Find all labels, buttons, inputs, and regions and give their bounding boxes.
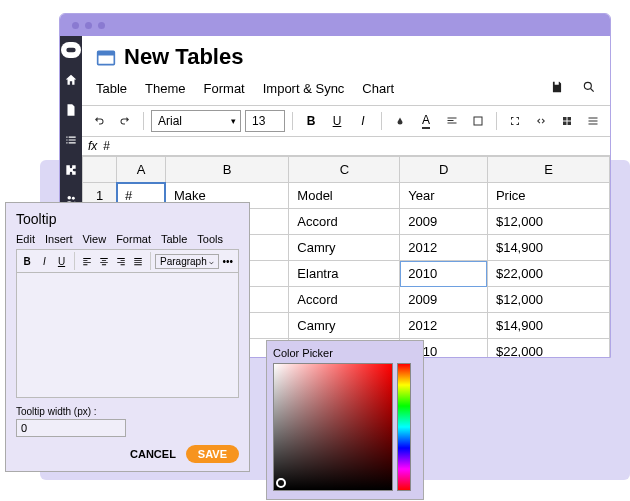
cancel-button[interactable]: CANCEL — [130, 448, 176, 460]
svg-rect-10 — [563, 122, 567, 126]
italic-icon[interactable]: I — [352, 110, 374, 132]
code-icon[interactable] — [530, 110, 552, 132]
save-button[interactable]: SAVE — [186, 445, 239, 463]
menubar: Table Theme Format Import & Sync Chart — [82, 74, 610, 105]
cell[interactable]: $12,000 — [487, 287, 609, 313]
menu-theme[interactable]: Theme — [145, 81, 185, 96]
menu-chart[interactable]: Chart — [362, 81, 394, 96]
tp-menu-table[interactable]: Table — [161, 233, 187, 245]
align-icon[interactable] — [441, 110, 463, 132]
color-cursor[interactable] — [276, 478, 286, 488]
column-header[interactable]: E — [487, 157, 609, 183]
menu-table[interactable]: Table — [96, 81, 127, 96]
color-picker-panel: Color Picker — [266, 340, 424, 500]
cell[interactable]: Camry — [289, 313, 400, 339]
svg-rect-7 — [474, 117, 482, 125]
cell[interactable]: Accord — [289, 287, 400, 313]
cell[interactable]: Camry — [289, 235, 400, 261]
tooltip-width-label: Tooltip width (px) : — [16, 406, 239, 417]
svg-point-1 — [72, 48, 76, 52]
font-size-select[interactable]: 13 — [245, 110, 285, 132]
cell[interactable]: Year — [400, 183, 488, 209]
cell[interactable]: 2012 — [400, 235, 488, 261]
font-family-select[interactable]: Arial — [151, 110, 241, 132]
format-toolbar: Arial 13 B U I A — [82, 105, 610, 137]
column-header[interactable]: B — [165, 157, 288, 183]
svg-rect-9 — [568, 117, 572, 121]
cell[interactable]: Elantra — [289, 261, 400, 287]
column-header[interactable]: C — [289, 157, 400, 183]
document-icon[interactable] — [63, 102, 79, 118]
tp-align-center-icon[interactable] — [96, 252, 112, 270]
cell[interactable]: Price — [487, 183, 609, 209]
svg-rect-11 — [568, 122, 572, 126]
tooltip-toolbar: B I U Paragraph⌵ ••• — [16, 249, 239, 273]
fill-color-icon[interactable] — [389, 110, 411, 132]
cell[interactable]: $14,900 — [487, 235, 609, 261]
tp-underline-icon[interactable]: U — [53, 252, 69, 270]
tp-align-right-icon[interactable] — [113, 252, 129, 270]
more-icon[interactable] — [582, 110, 604, 132]
tooltip-editor[interactable] — [16, 273, 239, 398]
column-header[interactable]: A — [117, 157, 166, 183]
svg-point-3 — [72, 197, 75, 200]
cell[interactable]: $14,900 — [487, 313, 609, 339]
tp-menu-tools[interactable]: Tools — [197, 233, 223, 245]
home-icon[interactable] — [63, 72, 79, 88]
svg-rect-8 — [563, 117, 567, 121]
sidebar-toggle-icon[interactable] — [61, 42, 81, 58]
fx-value: # — [103, 139, 110, 153]
grid-icon[interactable] — [556, 110, 578, 132]
tp-bold-icon[interactable]: B — [19, 252, 35, 270]
hue-slider[interactable] — [397, 363, 411, 491]
tp-italic-icon[interactable]: I — [36, 252, 52, 270]
tp-align-justify-icon[interactable] — [130, 252, 146, 270]
cell[interactable]: 2009 — [400, 287, 488, 313]
tp-menu-edit[interactable]: Edit — [16, 233, 35, 245]
formula-bar[interactable]: fx # — [82, 137, 610, 156]
cell[interactable]: 2012 — [400, 313, 488, 339]
cell[interactable]: $12,000 — [487, 209, 609, 235]
window-titlebar — [60, 14, 610, 36]
cell[interactable]: $22,000 — [487, 339, 609, 358]
text-color-icon[interactable]: A — [415, 110, 437, 132]
svg-rect-5 — [98, 51, 115, 55]
cell[interactable]: 2010 — [400, 261, 488, 287]
border-icon[interactable] — [467, 110, 489, 132]
redo-icon[interactable] — [114, 110, 136, 132]
cell[interactable]: 2009 — [400, 209, 488, 235]
puzzle-icon[interactable] — [63, 162, 79, 178]
tooltip-panel: Tooltip Edit Insert View Format Table To… — [5, 202, 250, 472]
menu-import-sync[interactable]: Import & Sync — [263, 81, 345, 96]
underline-icon[interactable]: U — [326, 110, 348, 132]
cell[interactable]: $22,000 — [487, 261, 609, 287]
color-gradient[interactable] — [273, 363, 393, 491]
bold-icon[interactable]: B — [300, 110, 322, 132]
tp-menu-view[interactable]: View — [82, 233, 106, 245]
fullscreen-icon[interactable] — [504, 110, 526, 132]
list-icon[interactable] — [63, 132, 79, 148]
tp-menu-format[interactable]: Format — [116, 233, 151, 245]
svg-point-6 — [584, 82, 591, 89]
tooltip-menubar: Edit Insert View Format Table Tools — [16, 233, 239, 245]
save-icon[interactable] — [550, 80, 564, 97]
fx-label: fx — [88, 139, 97, 153]
menu-format[interactable]: Format — [204, 81, 245, 96]
tp-menu-insert[interactable]: Insert — [45, 233, 73, 245]
table-icon — [96, 48, 116, 66]
tp-more-icon[interactable]: ••• — [220, 252, 236, 270]
search-icon[interactable] — [582, 80, 596, 97]
tp-align-left-icon[interactable] — [78, 252, 94, 270]
tp-paragraph-select[interactable]: Paragraph⌵ — [155, 254, 219, 269]
page-title: New Tables — [124, 44, 243, 70]
tooltip-title: Tooltip — [16, 211, 239, 227]
cell[interactable]: Accord — [289, 209, 400, 235]
color-picker-title: Color Picker — [273, 347, 417, 359]
tooltip-width-input[interactable] — [16, 419, 126, 437]
undo-icon[interactable] — [88, 110, 110, 132]
cell[interactable]: Model — [289, 183, 400, 209]
svg-point-2 — [68, 196, 72, 200]
column-header[interactable]: D — [400, 157, 488, 183]
